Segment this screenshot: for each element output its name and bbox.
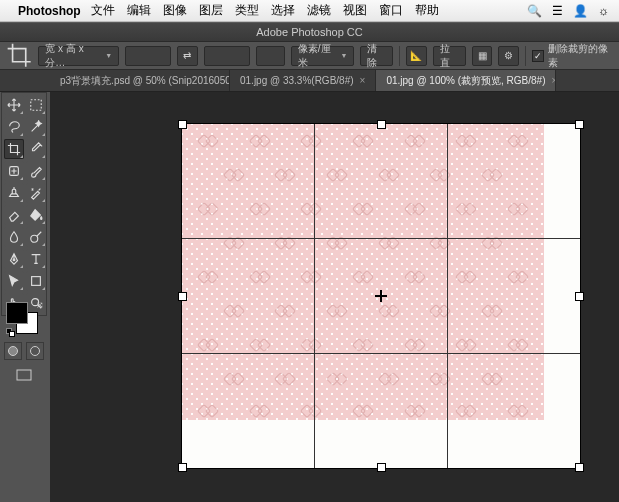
hamburger-icon[interactable]: ☰ — [552, 4, 563, 18]
document-tab[interactable]: p3背景填充.psd @ 50% (Snip20160506_21, RGB/8… — [50, 70, 230, 91]
screen-mode-button[interactable] — [4, 366, 44, 384]
window-title-bar: Adobe Photoshop CC — [0, 22, 619, 42]
crop-height-input[interactable] — [204, 46, 250, 66]
delete-cropped-label: 删除裁剪的像素 — [548, 42, 613, 70]
menu-file[interactable]: 文件 — [91, 2, 115, 19]
crop-ratio-label: 宽 x 高 x 分… — [45, 42, 102, 70]
quick-mask-button[interactable] — [26, 342, 44, 360]
crop-handle-b[interactable] — [377, 463, 386, 472]
crop-unit-dropdown[interactable]: 像素/厘米▼ — [291, 46, 355, 66]
crop-unit-label: 像素/厘米 — [298, 42, 338, 70]
svg-rect-6 — [17, 370, 31, 380]
straighten-icon[interactable]: 📐 — [406, 46, 427, 66]
crop-handle-r[interactable] — [575, 292, 584, 301]
paint-bucket-tool[interactable] — [26, 205, 46, 225]
menu-filter[interactable]: 滤镜 — [307, 2, 331, 19]
document-tab[interactable]: 01.jpg @ 100% (裁剪预览, RGB/8#) × — [376, 70, 556, 91]
lasso-tool[interactable] — [4, 117, 24, 137]
mac-menubar: Photoshop 文件 编辑 图像 图层 类型 选择 滤镜 视图 窗口 帮助 … — [0, 0, 619, 22]
crop-grid-line — [314, 124, 315, 468]
options-bar: 宽 x 高 x 分…▼ ⇄ 像素/厘米▼ 清除 📐 拉直 ▦ ⚙ ✓ 删除裁剪的… — [0, 42, 619, 70]
crop-handle-br[interactable] — [575, 463, 584, 472]
image-content — [182, 124, 544, 420]
tab-label: p3背景填充.psd @ 50% (Snip20160506_21, RGB/8… — [60, 74, 230, 88]
crop-handle-bl[interactable] — [178, 463, 187, 472]
search-icon[interactable]: 🔍 — [527, 4, 542, 18]
type-tool[interactable] — [26, 249, 46, 269]
crop-handle-tr[interactable] — [575, 120, 584, 129]
blur-tool[interactable] — [4, 227, 24, 247]
svg-rect-0 — [31, 100, 42, 111]
document-tab[interactable]: 01.jpg @ 33.3%(RGB/8#) × — [230, 70, 376, 91]
shape-tool[interactable] — [26, 271, 46, 291]
overlay-grid-button[interactable]: ▦ — [472, 46, 493, 66]
crop-tool[interactable] — [4, 139, 24, 159]
delete-cropped-checkbox[interactable]: ✓ 删除裁剪的像素 — [532, 42, 613, 70]
healing-brush-tool[interactable] — [4, 161, 24, 181]
crop-center-icon[interactable] — [375, 290, 387, 302]
path-select-tool[interactable] — [4, 271, 24, 291]
rect-marquee-tool[interactable] — [26, 95, 46, 115]
tab-label: 01.jpg @ 33.3%(RGB/8#) — [240, 75, 354, 86]
swap-colors-icon[interactable]: ⤭ — [36, 300, 44, 310]
app-name[interactable]: Photoshop — [18, 4, 81, 18]
crop-resolution-input[interactable] — [256, 46, 285, 66]
color-swatches[interactable]: ⤭ — [4, 300, 44, 338]
straighten-button[interactable]: 拉直 — [433, 46, 466, 66]
menu-select[interactable]: 选择 — [271, 2, 295, 19]
eraser-tool[interactable] — [4, 205, 24, 225]
checkbox-icon: ✓ — [532, 50, 543, 62]
window-title: Adobe Photoshop CC — [256, 26, 362, 38]
svg-point-2 — [31, 235, 38, 242]
crop-width-input[interactable] — [125, 46, 171, 66]
crop-handle-tl[interactable] — [178, 120, 187, 129]
canvas-area[interactable] — [50, 92, 619, 502]
eyedropper-tool[interactable] — [26, 139, 46, 159]
sun-icon[interactable]: ☼ — [598, 4, 609, 18]
separator — [525, 46, 526, 66]
default-colors-icon[interactable] — [6, 328, 16, 338]
history-brush-tool[interactable] — [26, 183, 46, 203]
tool-panel — [1, 92, 47, 316]
menu-type[interactable]: 类型 — [235, 2, 259, 19]
crop-ratio-dropdown[interactable]: 宽 x 高 x 分…▼ — [38, 46, 119, 66]
menu-view[interactable]: 视图 — [343, 2, 367, 19]
brush-tool[interactable] — [26, 161, 46, 181]
svg-rect-4 — [32, 277, 41, 286]
document-tabs: p3背景填充.psd @ 50% (Snip20160506_21, RGB/8… — [0, 70, 619, 92]
dodge-tool[interactable] — [26, 227, 46, 247]
tab-label: 01.jpg @ 100% (裁剪预览, RGB/8#) — [386, 74, 545, 88]
menu-layer[interactable]: 图层 — [199, 2, 223, 19]
quick-mask-toggle — [4, 342, 44, 360]
crop-options-button[interactable]: ⚙ — [498, 46, 519, 66]
crop-grid-line — [182, 238, 580, 239]
menu-edit[interactable]: 编辑 — [127, 2, 151, 19]
magic-wand-tool[interactable] — [26, 117, 46, 137]
crop-grid-line — [447, 124, 448, 468]
menu-window[interactable]: 窗口 — [379, 2, 403, 19]
separator — [399, 46, 400, 66]
foreground-color-swatch[interactable] — [6, 302, 28, 324]
menu-image[interactable]: 图像 — [163, 2, 187, 19]
crop-handle-l[interactable] — [178, 292, 187, 301]
swap-dimensions-button[interactable]: ⇄ — [177, 46, 198, 66]
clone-stamp-tool[interactable] — [4, 183, 24, 203]
clear-button[interactable]: 清除 — [360, 46, 393, 66]
menu-help[interactable]: 帮助 — [415, 2, 439, 19]
crop-tool-icon[interactable] — [6, 45, 32, 67]
svg-point-3 — [13, 259, 15, 261]
close-icon[interactable]: × — [552, 75, 557, 86]
standard-mode-button[interactable] — [4, 342, 22, 360]
crop-handle-t[interactable] — [377, 120, 386, 129]
crop-grid-line — [182, 353, 580, 354]
move-tool[interactable] — [4, 95, 24, 115]
pen-tool[interactable] — [4, 249, 24, 269]
user-icon[interactable]: 👤 — [573, 4, 588, 18]
close-icon[interactable]: × — [360, 75, 366, 86]
